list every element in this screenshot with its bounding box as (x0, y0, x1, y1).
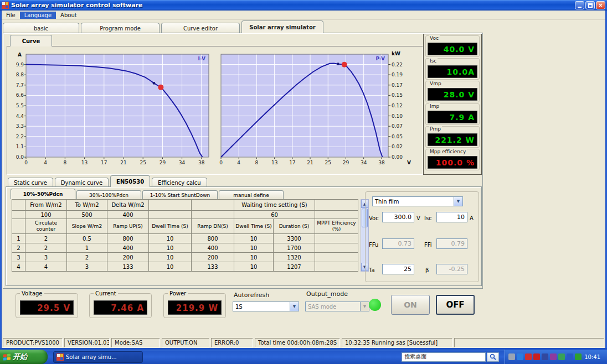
cell[interactable]: 400 (107, 243, 149, 253)
cell[interactable]: 1207 (274, 262, 315, 272)
cell[interactable] (315, 253, 358, 262)
cell[interactable]: 2 (67, 253, 107, 262)
cell[interactable]: 1700 (274, 243, 315, 253)
tab-basic[interactable]: basic (3, 23, 79, 33)
tray-icon[interactable] (550, 353, 557, 360)
model-select[interactable]: Thin film ▼ (372, 196, 463, 206)
status-empty (454, 338, 604, 347)
cell[interactable]: 400 (192, 243, 234, 253)
cell[interactable]: 133 (192, 262, 234, 272)
chevron-down-icon[interactable]: ▼ (454, 197, 462, 206)
chevron-down-icon[interactable]: ▼ (290, 302, 299, 311)
autorefresh-select[interactable]: 1S ▼ (233, 301, 299, 311)
maximize-button[interactable] (585, 1, 595, 9)
tab-efficiency-calcu[interactable]: Efficiency calcu (152, 178, 207, 187)
cell[interactable] (315, 262, 358, 272)
cell[interactable]: 3300 (274, 234, 315, 243)
close-button[interactable]: × (596, 1, 605, 9)
cell[interactable]: 3 (67, 262, 107, 272)
current-value: 7.46 A (94, 300, 147, 315)
system-tray: 10:41 (505, 350, 607, 364)
row-number: 2 (12, 243, 25, 253)
menu-about[interactable]: About (56, 12, 81, 19)
cell[interactable]: 100 (25, 211, 67, 219)
cell[interactable]: 800 (192, 234, 234, 243)
cell[interactable]: 1320 (274, 253, 315, 262)
minimize-button[interactable] (575, 1, 584, 9)
cell[interactable] (315, 234, 358, 243)
pv-chart: 048131721252934380.000.020.050.070.100.1… (217, 50, 421, 169)
tab-curve[interactable]: Curve (10, 35, 52, 46)
cell[interactable]: 0.5 (67, 234, 107, 243)
menu-file[interactable]: File (2, 12, 20, 19)
tab-curve-editor[interactable]: Curve editor (161, 23, 240, 33)
tray-icon[interactable] (558, 353, 565, 360)
cell[interactable]: 500 (67, 211, 107, 219)
tray-icon[interactable] (575, 353, 582, 360)
svg-text:0.15: 0.15 (392, 92, 403, 98)
taskbar-app-button[interactable]: Solar array simu... (53, 351, 143, 363)
voc-input[interactable] (382, 212, 414, 222)
cell[interactable]: 200 (192, 253, 234, 262)
search-button[interactable] (487, 352, 499, 362)
tray-icon[interactable] (567, 353, 573, 360)
tray-icon[interactable] (542, 353, 548, 360)
cell[interactable]: 2 (25, 234, 67, 243)
tray-icon[interactable] (517, 353, 523, 360)
tab-solar-array-simulator[interactable]: Solar array simulator (241, 20, 323, 33)
tab-10-50-pdcn[interactable]: 10%-50%Pdcn (11, 189, 75, 199)
output-mode-select: SAS mode ▼ (305, 301, 369, 311)
ta-input[interactable] (382, 264, 414, 274)
maximize-icon (588, 3, 593, 8)
cell[interactable]: 10 (149, 234, 192, 243)
cell[interactable]: 200 (107, 253, 149, 262)
cell[interactable]: 10 (234, 253, 274, 262)
tab-start-shutdown[interactable]: 1-10% Start ShuntDown (142, 190, 218, 199)
power-value: 219.9 W (168, 300, 222, 315)
col-header: MPPT Efficiency (%) (315, 219, 358, 234)
tab-30-100-pdcn[interactable]: 30%-100%Pdcn (76, 190, 141, 199)
isc-label: Isc (424, 215, 432, 221)
desktop-search-input[interactable]: 搜索桌面 (402, 352, 486, 362)
cell[interactable] (315, 243, 358, 253)
tray-icon[interactable] (525, 353, 532, 360)
cell[interactable]: 2 (25, 243, 67, 253)
menu-language[interactable]: Language (20, 12, 56, 19)
cell[interactable]: 1 (67, 243, 107, 253)
cell[interactable]: 10 (234, 234, 274, 243)
cell[interactable]: 10 (234, 262, 274, 272)
cell[interactable]: 60 (234, 211, 315, 219)
cell[interactable]: 10 (149, 243, 192, 253)
readout-vmp: Vmp 28.0 V (425, 81, 480, 102)
tab-program-mode[interactable]: Program mode (81, 23, 160, 33)
svg-text:21: 21 (307, 160, 313, 165)
power-label: Power (168, 290, 188, 297)
tab-static-curve[interactable]: Static curve (8, 178, 53, 187)
tray-icon[interactable] (533, 353, 540, 360)
tab-en50530[interactable]: EN50530 (110, 175, 150, 187)
cell[interactable]: 10 (149, 262, 192, 272)
cell[interactable]: 4 (25, 262, 67, 272)
svg-text:38: 38 (378, 160, 385, 165)
readout-value: 7.9 A (428, 111, 477, 123)
cell[interactable]: 3 (25, 253, 67, 262)
cell[interactable]: 400 (107, 211, 149, 219)
start-button[interactable]: 开始 (0, 350, 48, 364)
cell[interactable]: 10 (149, 253, 192, 262)
tab-dynamic-curve[interactable]: Dynamic curve (55, 178, 109, 187)
tray-icon[interactable] (508, 353, 515, 360)
readout-label: Voc (429, 35, 440, 41)
cell[interactable]: 133 (107, 262, 149, 272)
model-params-group: Thin film ▼ Voc V Isc A FFu FFi Ta β (365, 191, 479, 282)
tab-manual-define[interactable]: manual define (219, 190, 284, 199)
cell[interactable]: 10 (234, 243, 274, 253)
cell[interactable]: 800 (107, 234, 149, 243)
table-row: 2 2 1 400 10 400 10 1700 (12, 243, 358, 253)
isc-input[interactable] (436, 212, 467, 222)
off-button[interactable]: OFF (436, 295, 475, 315)
on-button[interactable]: ON (391, 295, 430, 315)
beta-label: β (425, 267, 429, 273)
ta-label: Ta (369, 267, 375, 273)
row-number: 3 (12, 253, 25, 262)
svg-text:8.8: 8.8 (16, 72, 24, 77)
